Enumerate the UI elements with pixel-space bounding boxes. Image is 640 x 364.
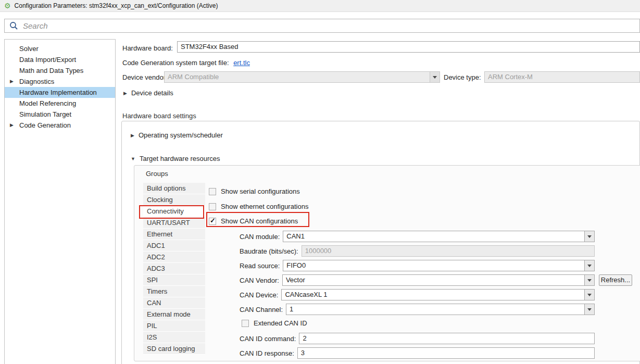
- os-scheduler-expander[interactable]: ▶ Operating system/scheduler: [131, 131, 223, 139]
- read-source-row: Read source: FIFO0: [240, 260, 595, 271]
- dropdown-arrow-icon: [584, 231, 594, 242]
- checkbox-unchecked-icon: [209, 188, 216, 195]
- expand-arrow-icon: ▶: [131, 133, 134, 138]
- group-item-build-options[interactable]: Build options: [143, 183, 205, 194]
- configuration-parameters-window: ⚙ Configuration Parameters: stm32f4xx_xc…: [0, 0, 640, 364]
- can-id-command-field[interactable]: 2: [299, 333, 595, 344]
- checkbox-unchecked-icon: [242, 320, 249, 327]
- show-ethernet-configurations-checkbox[interactable]: Show ethernet configurations: [209, 203, 308, 210]
- window-titlebar: ⚙ Configuration Parameters: stm32f4xx_xc…: [0, 0, 640, 12]
- sidebar-item-solver[interactable]: Solver: [5, 43, 115, 54]
- dropdown-arrow-icon: [584, 260, 594, 271]
- checkbox-checked-icon: ✓: [209, 218, 216, 225]
- hardware-board-combobox[interactable]: STM32F4xx Based: [177, 41, 640, 53]
- group-item-adc2[interactable]: ADC2: [143, 252, 205, 263]
- can-device-combobox[interactable]: CANcaseXL 1: [281, 289, 595, 300]
- baudrate-field: 1000000: [302, 245, 595, 257]
- device-vendor-combobox: ARM Compatible: [164, 71, 440, 83]
- group-item-ethernet[interactable]: Ethernet: [143, 229, 205, 240]
- search-box[interactable]: [4, 19, 640, 33]
- can-vendor-row: CAN Vendor: Vector: [240, 274, 595, 286]
- checkbox-unchecked-icon: [209, 203, 216, 210]
- show-can-configurations-checkbox[interactable]: ✓ Show CAN configurations: [209, 217, 298, 225]
- can-id-response-field[interactable]: 3: [297, 347, 595, 359]
- sidebar-item-model-referencing[interactable]: Model Referencing: [5, 98, 115, 109]
- group-item-i2s[interactable]: I2S: [143, 332, 205, 343]
- group-item-can[interactable]: CAN: [143, 297, 205, 309]
- search-input[interactable]: [23, 21, 639, 30]
- board-settings-title: Hardware board settings: [122, 112, 196, 120]
- can-device-label: CAN Device:: [240, 291, 278, 299]
- dropdown-arrow-icon: [584, 275, 594, 285]
- target-file-row: Code Generation system target file: ert.…: [122, 59, 250, 67]
- can-id-command-row: CAN ID command: 2: [240, 333, 595, 344]
- collapse-arrow-icon: ▼: [131, 156, 135, 161]
- can-id-response-row: CAN ID response: 3: [240, 347, 595, 359]
- sidebar-item-simulation-target[interactable]: Simulation Target: [5, 109, 115, 120]
- device-vendor-label: Device vendor:: [122, 73, 168, 81]
- dropdown-arrow-icon: [430, 72, 440, 82]
- group-item-clocking[interactable]: Clocking: [143, 194, 205, 206]
- baudrate-row: Baudrate (bits/sec): 1000000: [240, 245, 595, 257]
- can-vendor-combobox[interactable]: Vector: [282, 274, 595, 286]
- target-file-label: Code Generation system target file:: [122, 59, 229, 67]
- category-sidebar: Solver Data Import/Export Math and Data …: [4, 39, 116, 364]
- extended-can-id-checkbox[interactable]: Extended CAN ID: [242, 319, 307, 327]
- read-source-label: Read source:: [240, 262, 280, 270]
- read-source-combobox[interactable]: FIFO0: [283, 260, 595, 271]
- device-details-expander[interactable]: ▶ Device details: [123, 89, 173, 97]
- group-item-connectivity[interactable]: Connectivity: [143, 206, 205, 217]
- group-item-uart-usart[interactable]: UART/USART: [143, 217, 205, 229]
- group-item-pil[interactable]: PIL: [143, 320, 205, 332]
- can-device-row: CAN Device: CANcaseXL 1: [240, 289, 595, 300]
- can-id-response-label: CAN ID response:: [240, 349, 294, 357]
- group-item-sd-card-logging[interactable]: SD card logging: [143, 343, 205, 355]
- can-channel-combobox[interactable]: 1: [286, 304, 595, 315]
- sidebar-item-diagnostics[interactable]: ▶Diagnostics: [5, 76, 115, 87]
- group-item-external-mode[interactable]: External mode: [143, 309, 205, 320]
- group-item-spi[interactable]: SPI: [143, 274, 205, 286]
- sidebar-item-hardware-implementation[interactable]: Hardware Implementation: [5, 87, 115, 98]
- sidebar-item-code-generation[interactable]: ▶Code Generation: [5, 120, 115, 131]
- can-id-command-label: CAN ID command:: [240, 335, 296, 343]
- expand-arrow-icon: ▶: [10, 120, 14, 131]
- can-channel-label: CAN Channel:: [240, 306, 283, 313]
- groups-list: Build options Clocking Connectivity UART…: [143, 183, 205, 355]
- sidebar-item-data-import-export[interactable]: Data Import/Export: [5, 54, 115, 65]
- refresh-button[interactable]: Refresh...: [599, 274, 632, 286]
- can-channel-row: CAN Channel: 1: [240, 304, 595, 315]
- config-gear-icon: ⚙: [4, 2, 11, 9]
- baudrate-label: Baudrate (bits/sec):: [240, 247, 298, 255]
- can-module-row: CAN module: CAN1: [240, 231, 595, 242]
- target-resources-label: Target hardware resources: [140, 155, 220, 162]
- board-settings-panel: ▶ Operating system/scheduler ▼ Target ha…: [121, 121, 640, 364]
- can-module-combobox[interactable]: CAN1: [283, 231, 595, 242]
- device-details-label: Device details: [131, 89, 173, 97]
- os-scheduler-label: Operating system/scheduler: [139, 131, 223, 139]
- target-resources-panel: Groups Build options Clocking Connectivi…: [134, 165, 640, 361]
- search-icon: [9, 21, 18, 30]
- hardware-board-label: Hardware board:: [122, 44, 173, 52]
- target-resources-expander[interactable]: ▼ Target hardware resources: [131, 155, 220, 162]
- expand-arrow-icon: ▶: [123, 91, 127, 96]
- show-serial-configurations-checkbox[interactable]: Show serial configurations: [209, 187, 300, 195]
- groups-title: Groups: [146, 170, 168, 178]
- can-vendor-label: CAN Vendor:: [240, 277, 279, 284]
- device-type-label: Device type:: [444, 73, 481, 81]
- target-file-link[interactable]: ert.tlc: [233, 59, 250, 67]
- group-item-adc1[interactable]: ADC1: [143, 240, 205, 252]
- group-item-timers[interactable]: Timers: [143, 286, 205, 297]
- dropdown-arrow-icon: [584, 304, 594, 315]
- window-title: Configuration Parameters: stm32f4xx_xcp_…: [15, 2, 218, 9]
- dropdown-arrow-icon: [584, 290, 594, 300]
- sidebar-item-math-and-data-types[interactable]: Math and Data Types: [5, 65, 115, 76]
- can-module-label: CAN module:: [240, 233, 280, 241]
- expand-arrow-icon: ▶: [10, 76, 14, 87]
- group-item-adc3[interactable]: ADC3: [143, 263, 205, 274]
- device-type-field: ARM Cortex-M: [484, 71, 640, 83]
